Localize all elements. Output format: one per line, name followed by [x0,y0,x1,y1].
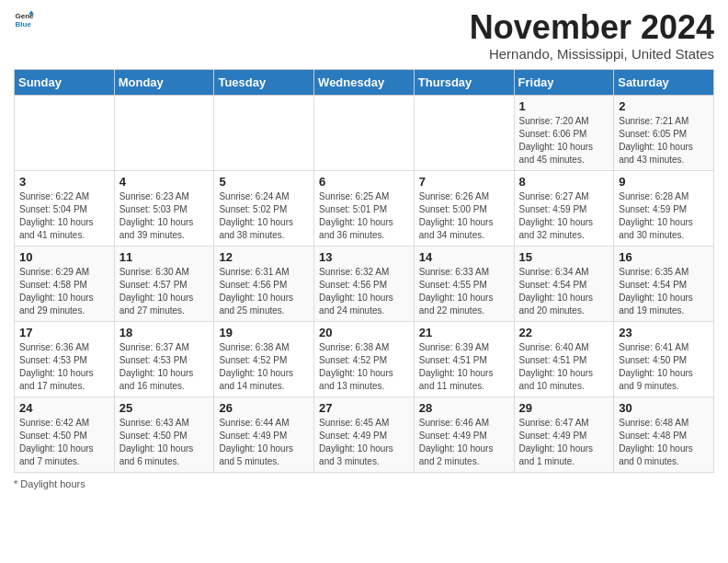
day-info: Sunrise: 6:48 AM Sunset: 4:48 PM Dayligh… [619,417,709,468]
day-number: 14 [419,250,509,264]
day-info: Sunrise: 6:22 AM Sunset: 5:04 PM Dayligh… [19,190,109,242]
day-cell: 16Sunrise: 6:35 AM Sunset: 4:54 PM Dayli… [614,246,714,321]
day-number: 8 [519,175,609,189]
day-cell: 13Sunrise: 6:32 AM Sunset: 4:56 PM Dayli… [314,246,415,321]
day-info: Sunrise: 6:39 AM Sunset: 4:51 PM Dayligh… [419,341,509,393]
day-cell: 22Sunrise: 6:40 AM Sunset: 4:51 PM Dayli… [514,321,614,396]
day-info: Sunrise: 7:21 AM Sunset: 6:05 PM Dayligh… [619,115,709,167]
day-cell: 6Sunrise: 6:25 AM Sunset: 5:01 PM Daylig… [314,170,415,246]
day-number: 19 [219,326,309,339]
main-title: November 2024 [470,9,714,46]
day-number: 29 [519,401,609,415]
svg-text:Blue: Blue [15,20,31,29]
daylight-label: Daylight hours [20,478,85,489]
day-cell: 28Sunrise: 6:46 AM Sunset: 4:49 PM Dayli… [414,396,514,472]
day-info: Sunrise: 6:24 AM Sunset: 5:02 PM Dayligh… [219,190,309,242]
logo: General Blue [14,9,34,29]
day-cell: 2Sunrise: 7:21 AM Sunset: 6:05 PM Daylig… [614,95,714,170]
day-info: Sunrise: 6:34 AM Sunset: 4:54 PM Dayligh… [519,266,609,317]
day-info: Sunrise: 6:44 AM Sunset: 4:49 PM Dayligh… [219,417,309,468]
day-number: 23 [619,326,709,339]
day-number: 15 [519,250,609,264]
day-cell: 12Sunrise: 6:31 AM Sunset: 4:56 PM Dayli… [214,246,314,321]
day-info: Sunrise: 6:47 AM Sunset: 4:49 PM Dayligh… [519,417,609,468]
day-info: Sunrise: 6:27 AM Sunset: 4:59 PM Dayligh… [519,190,609,242]
day-cell: 4Sunrise: 6:23 AM Sunset: 5:03 PM Daylig… [114,170,214,246]
day-cell: 26Sunrise: 6:44 AM Sunset: 4:49 PM Dayli… [214,396,314,472]
day-cell [314,95,415,170]
day-cell [214,95,314,170]
subtitle: Hernando, Mississippi, United States [470,46,714,62]
day-cell: 3Sunrise: 6:22 AM Sunset: 5:04 PM Daylig… [15,170,115,246]
day-cell [414,95,514,170]
day-info: Sunrise: 6:25 AM Sunset: 5:01 PM Dayligh… [319,190,409,242]
day-info: Sunrise: 7:20 AM Sunset: 6:06 PM Dayligh… [519,115,609,167]
week-row-3: 10Sunrise: 6:29 AM Sunset: 4:58 PM Dayli… [15,246,714,321]
day-number: 25 [119,401,210,415]
day-cell: 14Sunrise: 6:33 AM Sunset: 4:55 PM Dayli… [414,246,514,321]
week-row-2: 3Sunrise: 6:22 AM Sunset: 5:04 PM Daylig… [15,170,714,246]
day-cell: 23Sunrise: 6:41 AM Sunset: 4:50 PM Dayli… [614,321,714,396]
day-cell: 30Sunrise: 6:48 AM Sunset: 4:48 PM Dayli… [614,396,714,472]
col-header-monday: Monday [114,69,214,95]
day-number: 18 [119,326,210,339]
day-info: Sunrise: 6:36 AM Sunset: 4:53 PM Dayligh… [19,341,109,393]
calendar-body: 1Sunrise: 7:20 AM Sunset: 6:06 PM Daylig… [15,95,714,472]
day-cell [114,95,214,170]
col-header-tuesday: Tuesday [214,69,314,95]
footer-note: * Daylight hours [14,478,714,489]
day-info: Sunrise: 6:28 AM Sunset: 4:59 PM Dayligh… [619,190,709,242]
day-info: Sunrise: 6:43 AM Sunset: 4:50 PM Dayligh… [119,417,210,468]
day-number: 7 [419,175,509,189]
page-header: General Blue November 2024 Hernando, Mis… [14,9,714,62]
day-number: 20 [319,326,409,339]
day-info: Sunrise: 6:42 AM Sunset: 4:50 PM Dayligh… [19,417,109,468]
day-info: Sunrise: 6:35 AM Sunset: 4:54 PM Dayligh… [619,266,709,317]
day-number: 4 [119,175,210,189]
day-number: 9 [619,175,709,189]
day-info: Sunrise: 6:26 AM Sunset: 5:00 PM Dayligh… [419,190,509,242]
day-number: 11 [119,250,210,264]
day-cell [15,95,115,170]
day-number: 26 [219,401,309,415]
day-info: Sunrise: 6:31 AM Sunset: 4:56 PM Dayligh… [219,266,309,317]
day-number: 10 [19,250,109,264]
col-header-wednesday: Wednesday [314,69,415,95]
day-number: 1 [519,99,609,113]
day-cell: 27Sunrise: 6:45 AM Sunset: 4:49 PM Dayli… [314,396,415,472]
day-cell: 15Sunrise: 6:34 AM Sunset: 4:54 PM Dayli… [514,246,614,321]
day-cell: 19Sunrise: 6:38 AM Sunset: 4:52 PM Dayli… [214,321,314,396]
day-cell: 29Sunrise: 6:47 AM Sunset: 4:49 PM Dayli… [514,396,614,472]
day-number: 24 [19,401,109,415]
day-info: Sunrise: 6:37 AM Sunset: 4:53 PM Dayligh… [119,341,210,393]
day-number: 17 [19,326,109,339]
day-number: 3 [19,175,109,189]
day-info: Sunrise: 6:29 AM Sunset: 4:58 PM Dayligh… [19,266,109,317]
day-number: 27 [319,401,409,415]
day-number: 2 [619,99,709,113]
day-info: Sunrise: 6:38 AM Sunset: 4:52 PM Dayligh… [219,341,309,393]
day-cell: 18Sunrise: 6:37 AM Sunset: 4:53 PM Dayli… [114,321,214,396]
day-number: 30 [619,401,709,415]
col-header-thursday: Thursday [414,69,514,95]
day-cell: 24Sunrise: 6:42 AM Sunset: 4:50 PM Dayli… [15,396,115,472]
col-header-saturday: Saturday [614,69,714,95]
day-info: Sunrise: 6:46 AM Sunset: 4:49 PM Dayligh… [419,417,509,468]
calendar-header: SundayMondayTuesdayWednesdayThursdayFrid… [15,69,714,95]
day-info: Sunrise: 6:33 AM Sunset: 4:55 PM Dayligh… [419,266,509,317]
day-info: Sunrise: 6:41 AM Sunset: 4:50 PM Dayligh… [619,341,709,393]
header-row: SundayMondayTuesdayWednesdayThursdayFrid… [15,69,714,95]
col-header-friday: Friday [514,69,614,95]
day-info: Sunrise: 6:23 AM Sunset: 5:03 PM Dayligh… [119,190,210,242]
week-row-4: 17Sunrise: 6:36 AM Sunset: 4:53 PM Dayli… [15,321,714,396]
title-area: November 2024 Hernando, Mississippi, Uni… [470,9,714,62]
day-cell: 7Sunrise: 6:26 AM Sunset: 5:00 PM Daylig… [414,170,514,246]
day-cell: 21Sunrise: 6:39 AM Sunset: 4:51 PM Dayli… [414,321,514,396]
col-header-sunday: Sunday [15,69,115,95]
day-number: 5 [219,175,309,189]
day-number: 16 [619,250,709,264]
day-cell: 5Sunrise: 6:24 AM Sunset: 5:02 PM Daylig… [214,170,314,246]
day-info: Sunrise: 6:40 AM Sunset: 4:51 PM Dayligh… [519,341,609,393]
day-cell: 9Sunrise: 6:28 AM Sunset: 4:59 PM Daylig… [614,170,714,246]
calendar-table: SundayMondayTuesdayWednesdayThursdayFrid… [14,69,714,473]
